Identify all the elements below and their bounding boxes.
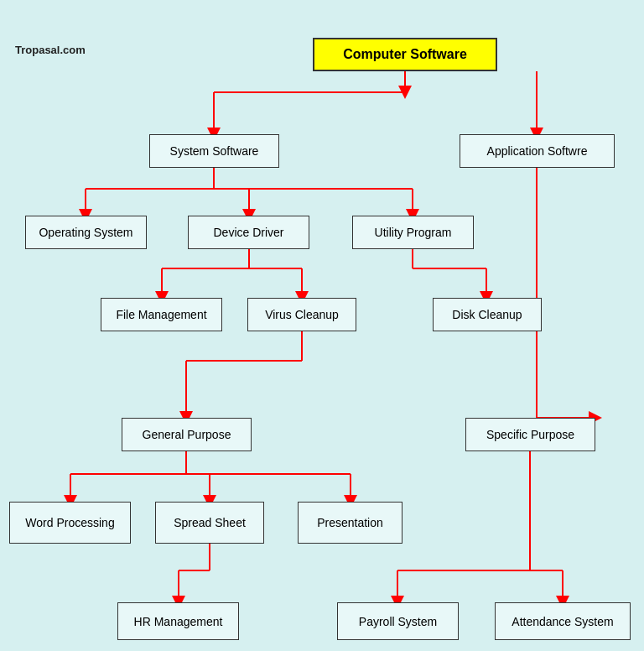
node-attendance-system: Attendance System (495, 602, 631, 640)
node-device-driver: Device Driver (188, 216, 309, 249)
node-utility-program: Utility Program (352, 216, 474, 249)
node-operating-system: Operating System (25, 216, 147, 249)
node-payroll-system: Payroll System (337, 602, 459, 640)
node-hr-management: HR Management (117, 602, 239, 640)
node-root: Computer Software (313, 38, 497, 71)
watermark-label: Tropasal.com (15, 44, 86, 56)
node-specific-purpose: Specific Purpose (465, 418, 595, 451)
node-virus-cleanup: Virus Cleanup (247, 298, 356, 331)
node-file-management: File Management (101, 298, 222, 331)
node-system-software: System Software (149, 134, 279, 168)
node-disk-cleanup: Disk Cleanup (433, 298, 542, 331)
node-presentation: Presentation (298, 502, 402, 544)
node-spread-sheet: Spread Sheet (155, 502, 264, 544)
node-word-processing: Word Processing (9, 502, 131, 544)
node-general-purpose: General Purpose (122, 418, 252, 451)
node-application-software: Application Softwre (460, 134, 615, 168)
